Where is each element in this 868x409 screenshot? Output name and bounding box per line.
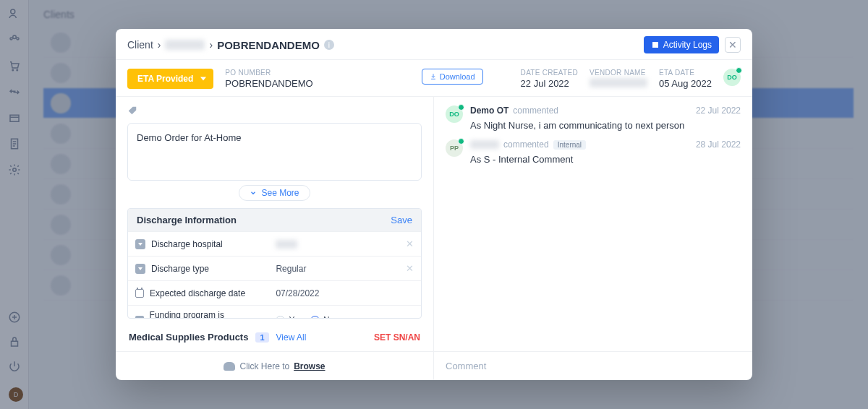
eta-date-value: 05 Aug 2022 — [659, 78, 712, 89]
comment-verb: commented — [513, 106, 558, 116]
status-label: ETA Provided — [137, 74, 193, 84]
chevron-down-icon — [135, 239, 145, 249]
discharge-type-label: Discharge type — [151, 264, 209, 274]
order-note[interactable]: Demo Order for At-Home — [127, 123, 422, 181]
info-icon[interactable]: i — [324, 40, 334, 50]
set-sn-button[interactable]: SET SN/AN — [374, 332, 420, 343]
comment-header: Demo OTcommented22 Jul 2022 — [470, 106, 741, 116]
download-button[interactable]: Download — [422, 69, 483, 85]
cloud-upload-icon — [224, 362, 235, 371]
breadcrumb: Client › › POBRENDANDEMO i — [127, 39, 334, 51]
comment-item: DODemo OTcommented22 Jul 2022As Night Nu… — [446, 106, 741, 131]
radio-no-label: No — [323, 315, 334, 319]
comment-author — [470, 140, 499, 149]
vendor-name-value — [590, 78, 647, 87]
eta-date-label: ETA DATE — [659, 69, 712, 77]
discharge-hospital-label: Discharge hospital — [151, 239, 223, 249]
expected-date-value: 07/28/2022 — [276, 288, 319, 298]
discharge-type-field[interactable]: Regular✕ — [268, 261, 421, 277]
comment-text: As Night Nurse, i am communicating to ne… — [470, 120, 741, 131]
order-detail-modal: Client › › POBRENDANDEMO i Activity Logs… — [116, 29, 752, 380]
date-created-value: 22 Jul 2022 — [521, 78, 578, 89]
see-more-label: See More — [261, 188, 299, 198]
funding-applicable-field: Yes No — [268, 312, 421, 319]
clear-icon[interactable]: ✕ — [406, 263, 414, 274]
comment-avatar[interactable]: PP — [446, 139, 463, 157]
radio-yes-label: Yes — [289, 315, 303, 319]
vendor-name-label: VENDOR NAME — [590, 69, 647, 77]
discharge-type-value: Regular — [276, 264, 306, 274]
discharge-hospital-field[interactable]: ✕ — [268, 237, 421, 251]
expected-date-field[interactable]: 07/28/2022 — [268, 285, 421, 301]
comment-item: PPcommentedInternal28 Jul 2022As S - Int… — [446, 139, 741, 165]
products-count-badge: 1 — [255, 332, 268, 343]
chevron-down-icon — [250, 189, 257, 197]
comment-author: Demo OT — [470, 106, 509, 116]
activity-logs-label: Activity Logs — [663, 40, 712, 50]
po-number-label: PO NUMBER — [225, 69, 312, 77]
comment-text: As S - Internal Comment — [470, 154, 741, 165]
breadcrumb-root[interactable]: Client — [127, 39, 153, 51]
radio-yes[interactable]: Yes — [276, 315, 303, 319]
upload-area[interactable]: Click Here to Browse — [116, 352, 434, 380]
clear-icon[interactable]: ✕ — [406, 238, 414, 249]
activity-logs-button[interactable]: Activity Logs — [644, 36, 719, 53]
comment-avatar[interactable]: DO — [446, 106, 463, 123]
comment-date: 28 Jul 2022 — [696, 139, 741, 150]
breadcrumb-client-name[interactable] — [165, 40, 205, 50]
radio-no[interactable]: No — [310, 315, 334, 319]
comment-date: 22 Jul 2022 — [696, 106, 741, 116]
square-icon — [135, 316, 144, 319]
chevron-down-icon — [135, 264, 145, 274]
download-icon — [430, 73, 437, 80]
expected-date-label: Expected discharge date — [150, 288, 245, 298]
assignee-avatar[interactable]: DO — [723, 69, 741, 86]
date-created-label: DATE CREATED — [521, 69, 578, 77]
internal-tag: Internal — [553, 140, 586, 150]
close-button[interactable]: ✕ — [725, 37, 741, 53]
calendar-icon — [135, 289, 144, 298]
breadcrumb-leaf: POBRENDANDEMO — [217, 39, 320, 51]
tag-icon[interactable] — [127, 106, 137, 116]
status-dropdown[interactable]: ETA Provided — [127, 69, 213, 89]
po-number-value: POBRENDANDEMO — [225, 78, 312, 89]
download-label: Download — [440, 72, 475, 81]
log-icon — [651, 40, 660, 49]
comment-input[interactable] — [446, 361, 741, 371]
svg-rect-11 — [652, 42, 658, 48]
funding-applicable-label: Funding program is applicable — [150, 310, 262, 319]
comment-verb: commented — [503, 139, 549, 150]
order-note-text: Demo Order for At-Home — [137, 132, 242, 143]
upload-text: Click Here to — [239, 361, 289, 371]
view-all-link[interactable]: View All — [276, 332, 307, 343]
browse-link[interactable]: Browse — [294, 361, 325, 371]
comment-header: commentedInternal28 Jul 2022 — [470, 139, 741, 150]
see-more-button[interactable]: See More — [239, 185, 310, 201]
save-button[interactable]: Save — [391, 215, 412, 225]
products-title: Medical Supplies Products — [129, 332, 248, 343]
discharge-title: Discharge Information — [137, 215, 237, 225]
discharge-section: Discharge Information Save Discharge hos… — [127, 208, 422, 319]
